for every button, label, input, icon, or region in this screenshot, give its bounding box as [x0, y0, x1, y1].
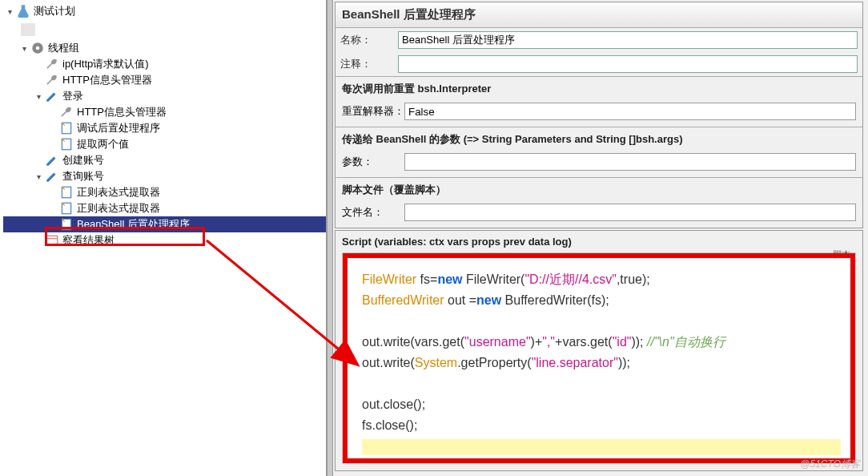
- tree-item-create-acct[interactable]: 创建账号: [3, 152, 326, 168]
- file-input[interactable]: [404, 204, 856, 221]
- tree-item-regex-2[interactable]: 正则表达式提取器: [3, 200, 326, 216]
- script-panel: Script (variables: ctx vars props prev d…: [335, 230, 863, 471]
- wrench-icon: [45, 74, 59, 87]
- comment-input[interactable]: [398, 55, 858, 73]
- pencil-icon: [45, 90, 59, 103]
- tree-label: 提取两个值: [75, 137, 129, 151]
- tree-thread-group[interactable]: ▾ 线程组: [3, 40, 326, 56]
- tree-label: 创建账号: [61, 153, 104, 167]
- tree-item-query-acct[interactable]: ▾ 查询账号: [3, 168, 326, 184]
- code-token: fs.close();: [362, 418, 417, 432]
- gear-icon: [30, 42, 45, 54]
- script-title: Script (variables: ctx vars props prev d…: [336, 231, 862, 252]
- watermark: @51CTO博客: [800, 458, 860, 471]
- wrench-icon: [45, 58, 59, 71]
- svg-rect-0: [21, 23, 35, 36]
- splitter[interactable]: [327, 0, 333, 476]
- code-token: "line.separator": [532, 356, 618, 369]
- svg-rect-8: [46, 236, 58, 244]
- doc-icon: [59, 186, 74, 199]
- pencil-icon: [45, 170, 59, 183]
- code-token: .getProperty(: [457, 356, 531, 369]
- code-token: BufferedWriter(fs);: [501, 293, 609, 307]
- svg-point-2: [36, 46, 40, 50]
- chevron-down-icon: ▾: [34, 172, 43, 181]
- tree-item-ip[interactable]: ip(Http请求默认值): [3, 56, 326, 72]
- code-token: ));: [631, 335, 647, 349]
- tree-item-header-mgr[interactable]: HTTP信息头管理器: [3, 72, 326, 88]
- tree-label: BeanShell 后置处理程序: [75, 217, 190, 232]
- file-row: 文件名：: [336, 200, 862, 228]
- tree-label: 查询账号: [61, 169, 104, 184]
- code-token: )+: [531, 335, 543, 349]
- tree-item-beanshell-post[interactable]: BeanShell 后置处理程序: [3, 216, 326, 232]
- wrench-icon: [59, 106, 74, 119]
- code-token: +vars.get(: [555, 335, 613, 349]
- script-corner-label: 脚本: [833, 248, 850, 260]
- pencil-icon: [45, 154, 59, 167]
- code-token: "username": [464, 335, 531, 349]
- code-token: System: [415, 356, 457, 369]
- params-row: 参数：: [336, 150, 862, 177]
- name-label: 名称：: [340, 33, 398, 47]
- right-panel: BeanShell 后置处理程序 名称： 注释： 每次调用前重置 bsh.Int…: [333, 0, 868, 476]
- main-section: BeanShell 后置处理程序 名称： 注释： 每次调用前重置 bsh.Int…: [335, 2, 863, 228]
- code-content: FileWriter fs=new FileWriter("D://近期//4.…: [343, 253, 855, 460]
- chevron-down-icon: ▾: [5, 7, 14, 16]
- reset-input[interactable]: [404, 103, 856, 120]
- code-token: out.write(vars.get(: [362, 335, 464, 349]
- code-token: "id": [613, 335, 632, 349]
- code-highlight-line: [362, 439, 841, 455]
- reset-label: 重置解释器：: [342, 104, 404, 119]
- code-token: FileWriter(: [463, 272, 525, 286]
- tree-panel: ▾ 测试计划 ▾ 线程组 ip(Http请求默认值) HTTP信息头管理器: [0, 0, 327, 476]
- doc-icon: [59, 138, 74, 151]
- code-token: ));: [618, 356, 630, 369]
- name-row: 名称：: [336, 28, 862, 52]
- tree: ▾ 测试计划 ▾ 线程组 ip(Http请求默认值) HTTP信息头管理器: [0, 0, 326, 248]
- tree-hidden-row[interactable]: [3, 19, 326, 40]
- tree-label: ip(Http请求默认值): [61, 57, 149, 71]
- blur-icon: [21, 23, 35, 36]
- params-label: 参数：: [342, 155, 404, 169]
- tree-label: 察看结果树: [61, 233, 115, 248]
- tree-item-extract-two[interactable]: 提取两个值: [3, 136, 326, 152]
- code-token: BufferedWriter: [362, 293, 444, 307]
- tree-label: 正则表达式提取器: [75, 185, 160, 200]
- tree-item-login-header[interactable]: HTTP信息头管理器: [3, 104, 326, 120]
- file-label: 文件名：: [342, 205, 404, 220]
- code-token: new: [437, 272, 462, 286]
- reset-row: 重置解释器：: [336, 99, 862, 127]
- tree-root[interactable]: ▾ 测试计划: [3, 3, 326, 19]
- params-input[interactable]: [404, 153, 856, 171]
- tree-label: HTTP信息头管理器: [75, 105, 167, 119]
- tree-item-login[interactable]: ▾ 登录: [3, 88, 326, 104]
- code-token: out.write(: [362, 356, 415, 369]
- tree-label: 登录: [61, 89, 83, 103]
- tree-item-debug-post[interactable]: 调试后置处理程序: [3, 120, 326, 136]
- file-title: 脚本文件（覆盖脚本）: [336, 177, 862, 200]
- tree-label: HTTP信息头管理器: [61, 73, 152, 87]
- code-token: fs=: [416, 272, 437, 286]
- code-token: ",": [542, 335, 555, 349]
- code-token: new: [476, 293, 501, 307]
- comment-label: 注释：: [340, 57, 398, 71]
- reset-title: 每次调用前重置 bsh.Interpreter: [336, 76, 862, 99]
- doc-icon: [59, 218, 74, 231]
- doc-icon: [59, 122, 74, 135]
- name-input[interactable]: [398, 31, 858, 49]
- tree-label: 测试计划: [32, 4, 75, 18]
- code-editor[interactable]: 脚本 FileWriter fs=new FileWriter("D://近期/…: [342, 252, 856, 464]
- page-title: BeanShell 后置处理程序: [336, 2, 862, 28]
- code-token: out =: [444, 293, 476, 307]
- chevron-down-icon: ▾: [19, 44, 29, 53]
- doc-icon: [59, 202, 74, 215]
- code-token: FileWriter: [362, 272, 416, 286]
- sheet-icon: [45, 234, 59, 247]
- code-token: "D://近期//4.csv": [524, 272, 616, 286]
- comment-row: 注释：: [336, 52, 862, 76]
- tree-label: 正则表达式提取器: [75, 201, 160, 216]
- tree-item-results-tree[interactable]: 察看结果树: [3, 232, 326, 248]
- tree-item-regex-1[interactable]: 正则表达式提取器: [3, 184, 326, 200]
- tree-label: 调试后置处理程序: [75, 121, 160, 135]
